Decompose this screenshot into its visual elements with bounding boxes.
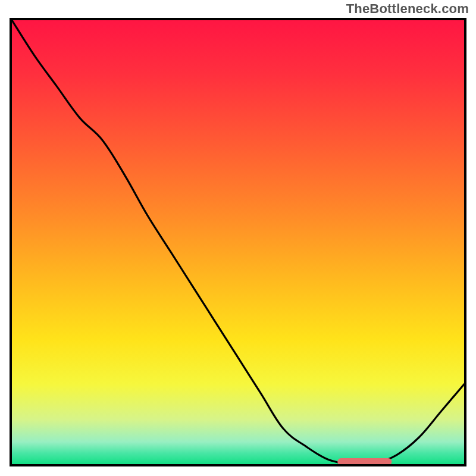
bottleneck-curve bbox=[12, 20, 464, 464]
watermark-text: TheBottleneck.com bbox=[346, 1, 469, 17]
svg-rect-0 bbox=[12, 20, 464, 464]
gradient-background bbox=[12, 20, 464, 464]
chart-frame: TheBottleneck.com bbox=[0, 0, 476, 476]
plot-area bbox=[12, 20, 464, 464]
plot-border bbox=[10, 18, 466, 466]
optimal-range-marker bbox=[12, 20, 464, 464]
svg-rect-1 bbox=[337, 458, 392, 464]
